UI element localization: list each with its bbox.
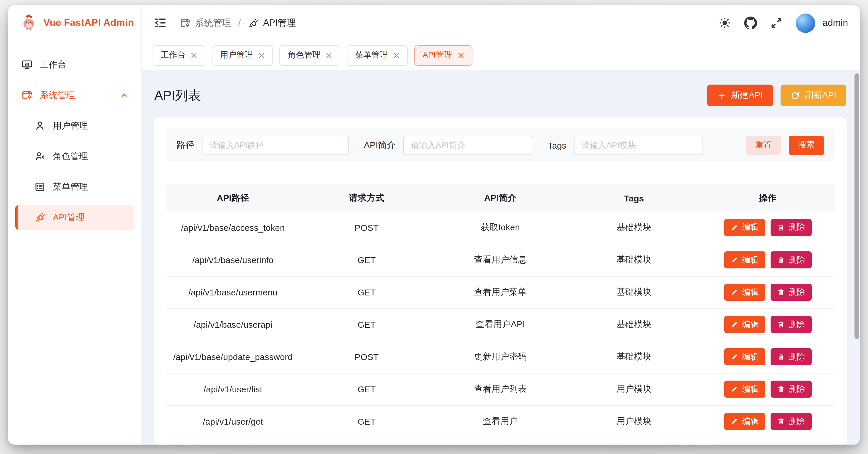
- app-title: Vue FastAPI Admin: [43, 17, 134, 28]
- sidebar-item-system[interactable]: 系统管理: [15, 83, 134, 108]
- sidebar-menu: 工作台 系统管理 用户管理: [8, 39, 142, 230]
- trash-icon: [777, 385, 784, 393]
- sidebar-collapse-icon[interactable]: [154, 17, 167, 29]
- vertical-scrollbar-thumb[interactable]: [855, 74, 859, 339]
- breadcrumb-label: API管理: [263, 17, 296, 29]
- edit-button[interactable]: 编辑: [724, 316, 765, 333]
- search-button[interactable]: 搜索: [789, 135, 824, 155]
- pencil-icon: [731, 418, 738, 425]
- cell-path: /api/v1/base/userapi: [166, 308, 300, 341]
- table-row: /api/v1/user/list GET 查看用户列表 用户模块 编辑 删除: [166, 373, 835, 405]
- edit-button[interactable]: 编辑: [724, 413, 765, 430]
- sidebar-item-label: 系统管理: [40, 90, 75, 101]
- workbench-monitor-icon: [21, 59, 33, 70]
- cell-method: GET: [300, 308, 434, 341]
- app-logo[interactable]: Vue FastAPI Admin: [8, 5, 142, 39]
- page-title: API列表: [154, 87, 201, 104]
- app-window: Vue FastAPI Admin 工作台 系统管理: [8, 5, 860, 445]
- sidebar-item-menus[interactable]: 菜单管理: [15, 174, 134, 199]
- cell-method: POST: [300, 211, 434, 244]
- tab-bar: 工作台 用户管理 角色管理 菜单管理 API管理: [142, 40, 860, 70]
- summary-filter-label: API简介: [364, 140, 396, 151]
- delete-button[interactable]: 删除: [770, 413, 811, 430]
- summary-filter-input[interactable]: [403, 135, 532, 155]
- tab-close-icon[interactable]: [458, 52, 464, 58]
- delete-button[interactable]: 删除: [770, 284, 811, 301]
- cell-tags: 用户模块: [567, 373, 701, 405]
- tab-close-icon[interactable]: [326, 52, 332, 58]
- sidebar-item-api[interactable]: API管理: [15, 205, 134, 230]
- column-header-tags: Tags: [567, 185, 701, 211]
- tab-close-icon[interactable]: [393, 52, 400, 58]
- edit-button[interactable]: 编辑: [724, 348, 765, 365]
- api-plug-icon: [34, 211, 46, 223]
- cell-method: GET: [300, 405, 434, 437]
- delete-button[interactable]: 删除: [770, 219, 811, 236]
- edit-button[interactable]: 编辑: [724, 284, 765, 301]
- table-row: /api/v1/base/access_token POST 获取token 基…: [166, 211, 835, 244]
- edit-button[interactable]: 编辑: [724, 219, 765, 236]
- tags-filter-input[interactable]: [574, 135, 703, 155]
- breadcrumb-item-system[interactable]: 系统管理: [180, 17, 231, 29]
- github-icon[interactable]: [744, 17, 757, 29]
- tags-filter-label: Tags: [548, 140, 566, 150]
- api-plug-icon: [248, 17, 259, 28]
- cell-method: GET: [300, 276, 434, 308]
- api-list-card: 路径 API简介 Tags 重置 搜索: [154, 117, 847, 445]
- breadcrumb-item-api[interactable]: API管理: [248, 17, 296, 29]
- tab-users[interactable]: 用户管理: [212, 45, 273, 65]
- header-actions: admin: [719, 13, 848, 33]
- system-settings-icon: [180, 17, 191, 28]
- tab-label: 工作台: [161, 50, 185, 60]
- tab-close-icon[interactable]: [191, 52, 197, 58]
- cell-method: GET: [300, 373, 434, 405]
- desktop-background: Vue FastAPI Admin 工作台 系统管理: [0, 0, 868, 454]
- table-row: /api/v1/base/userinfo GET 查看用户信息 基础模块 编辑…: [166, 244, 835, 276]
- column-header-actions: 操作: [701, 185, 835, 211]
- path-filter-label: 路径: [177, 140, 194, 151]
- delete-button[interactable]: 删除: [770, 251, 811, 268]
- refresh-api-button[interactable]: 刷新API: [780, 85, 846, 106]
- tab-menus[interactable]: 菜单管理: [347, 45, 408, 65]
- pencil-icon: [731, 256, 738, 264]
- cell-path: /api/v1/user/list: [166, 373, 300, 405]
- system-settings-icon: [21, 89, 33, 101]
- tab-roles[interactable]: 角色管理: [279, 45, 340, 65]
- cell-path: /api/v1/user/get: [166, 405, 300, 437]
- edit-button[interactable]: 编辑: [724, 251, 765, 268]
- cell-path: /api/v1/base/access_token: [166, 211, 300, 244]
- theme-sun-icon[interactable]: [719, 17, 732, 29]
- breadcrumb-label: 系统管理: [195, 17, 231, 29]
- cell-method: POST: [300, 341, 434, 373]
- fullscreen-icon[interactable]: [770, 17, 783, 29]
- delete-button[interactable]: 删除: [770, 316, 811, 333]
- filter-bar: 路径 API简介 Tags 重置 搜索: [166, 128, 835, 162]
- table-row: /api/v1/base/usermenu GET 查看用户菜单 基础模块 编辑…: [166, 276, 835, 308]
- sidebar-item-label: 用户管理: [53, 120, 88, 131]
- trash-icon: [777, 256, 784, 264]
- plus-icon: [717, 91, 726, 100]
- user-avatar[interactable]: [796, 13, 815, 33]
- trash-icon: [777, 224, 784, 231]
- tab-api[interactable]: API管理: [414, 45, 472, 65]
- sidebar-item-users[interactable]: 用户管理: [15, 113, 134, 138]
- sidebar-item-roles[interactable]: 角色管理: [15, 144, 134, 169]
- create-api-button[interactable]: 新建API: [707, 85, 773, 106]
- table-header-row: API路径 请求方式 API简介 Tags 操作: [166, 185, 835, 211]
- path-filter-input[interactable]: [202, 135, 349, 155]
- pencil-icon: [731, 385, 738, 393]
- main-column: 系统管理 / API管理: [142, 5, 860, 445]
- user-icon: [34, 120, 46, 132]
- delete-button[interactable]: 删除: [770, 348, 811, 365]
- breadcrumb-separator: /: [237, 18, 242, 28]
- tab-close-icon[interactable]: [258, 52, 265, 58]
- menu-list-icon: [34, 181, 46, 193]
- table-row: /api/v1/base/userapi GET 查看用户API 基础模块 编辑…: [166, 308, 835, 341]
- cell-tags: 基础模块: [567, 308, 701, 341]
- tab-workbench[interactable]: 工作台: [153, 45, 206, 65]
- delete-button[interactable]: 删除: [770, 380, 811, 398]
- edit-button[interactable]: 编辑: [724, 380, 765, 398]
- refresh-icon: [790, 91, 800, 100]
- reset-button[interactable]: 重置: [746, 135, 781, 155]
- sidebar-item-workbench[interactable]: 工作台: [15, 52, 134, 77]
